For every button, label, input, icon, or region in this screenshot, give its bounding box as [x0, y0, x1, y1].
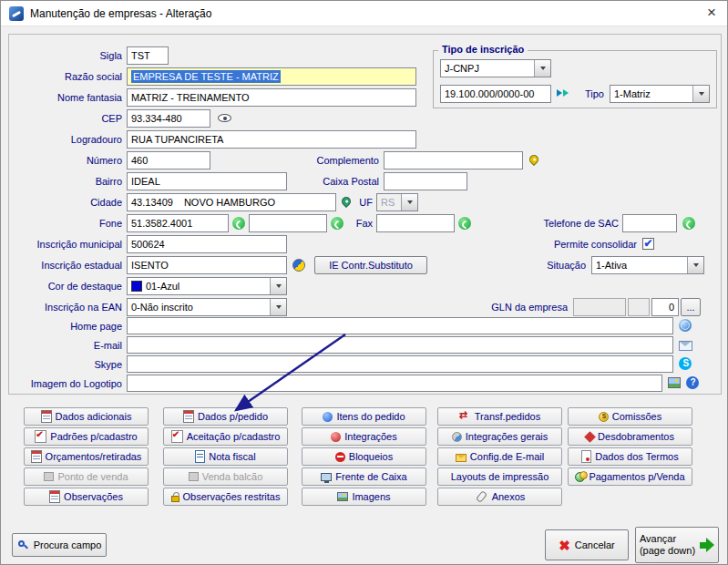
cor-destaque-select[interactable]: 01-Azul [127, 277, 287, 295]
button-pagamentos-p-venda[interactable]: Pagamentos p/Venda [568, 467, 692, 486]
tipo-matriz-select[interactable]: 1-Matriz [610, 85, 710, 103]
cep-lookup-icon[interactable] [218, 114, 231, 122]
image-icon [337, 492, 348, 501]
inscricao-estadual-label: Inscrição estadual [3, 256, 122, 274]
button-imagens[interactable]: Imagens [302, 488, 426, 506]
numero-label: Número [3, 151, 122, 170]
button-config-de-e-mail[interactable]: Config.de E-mail [437, 447, 562, 466]
image-file-icon[interactable] [668, 377, 681, 388]
permite-consolidar-checkbox[interactable]: ✔ [642, 238, 654, 250]
logradouro-label: Logradouro [3, 130, 122, 149]
button-label: Procura campo [34, 539, 102, 550]
window-title: Manutenção de empresas - Alteração [30, 7, 211, 20]
caixa-postal-input[interactable] [384, 172, 467, 190]
button-orcamentos-retiradas[interactable]: Orçamentos/retiradas [24, 447, 149, 466]
selected-text: EMPRESA DE TESTE - MATRIZ [131, 70, 281, 83]
notepad-icon [183, 410, 194, 423]
button-dados-adicionais[interactable]: Dados adicionais [24, 407, 149, 426]
button-dados-dos-termos[interactable]: Dados dos Termos [568, 447, 692, 466]
sigla-label: Sigla [3, 46, 122, 65]
tipo-inscricao-legend: Tipo de inscrição [438, 44, 528, 55]
procura-campo-button[interactable]: Procura campo [12, 533, 107, 557]
button-layouts-de-impressao[interactable]: Layouts de impressão [437, 467, 562, 486]
button-comissoes[interactable]: Comissões [568, 407, 692, 426]
button-anexos[interactable]: Anexos [437, 488, 562, 506]
cor-destaque-label: Cor de destaque [3, 277, 122, 295]
logradouro-input[interactable] [127, 130, 416, 149]
ellipsis-icon: ... [686, 302, 694, 313]
gln-input-3[interactable] [651, 298, 679, 316]
complemento-input[interactable] [384, 151, 523, 170]
sigla-input[interactable] [127, 46, 169, 65]
tipo-documento-value: J-CNPJ [441, 60, 534, 77]
button-aceitacao-p-cadastro[interactable]: Aceitação p/cadastro [163, 427, 288, 446]
inscricao-ean-select[interactable]: 0-Não inscrito [127, 298, 287, 316]
button-observacoes[interactable]: Observações [24, 488, 149, 506]
avancar-button[interactable]: Avançar (page down) [635, 527, 719, 563]
fax-input[interactable] [376, 214, 455, 232]
cnpj-lookup-icon[interactable] [557, 87, 570, 98]
envelope-icon[interactable] [679, 341, 692, 351]
mail-icon [456, 454, 467, 462]
globe-icon[interactable] [679, 319, 692, 332]
payment-icon [575, 472, 585, 482]
whatsapp-icon[interactable] [232, 217, 245, 230]
inscricao-municipal-label: Inscrição municipal [3, 235, 122, 253]
button-label: Config.de E-mail [470, 451, 544, 462]
button-desdobramentos[interactable]: Desdobramentos [568, 427, 692, 446]
terms-icon [581, 450, 591, 463]
situacao-label: Situação [511, 256, 586, 274]
cancelar-button[interactable]: ✖ Cancelar [545, 529, 629, 560]
numero-input[interactable] [127, 151, 210, 170]
tipo-documento-select[interactable]: J-CNPJ [440, 59, 551, 77]
fone1-input[interactable] [127, 214, 229, 232]
button-dados-p-pedido[interactable]: Dados p/pedido [163, 407, 288, 426]
button-itens-do-pedido[interactable]: Itens do pedido [302, 407, 426, 426]
sintegra-lookup-icon[interactable] [292, 259, 305, 272]
cep-input[interactable] [127, 109, 210, 128]
fone2-input[interactable] [249, 214, 327, 232]
whatsapp-icon[interactable] [458, 217, 471, 230]
gln-label: GLN da empresa [455, 298, 568, 316]
button-nota-fiscal[interactable]: Nota fiscal [163, 447, 288, 466]
whatsapp-icon[interactable] [331, 217, 343, 230]
caixa-postal-label: Caixa Postal [302, 172, 379, 190]
homepage-label: Home page [3, 317, 122, 335]
monitor-icon [321, 473, 332, 481]
inscricao-municipal-input[interactable] [127, 235, 287, 253]
button-observacoes-restritas[interactable]: Observações restritas [163, 488, 288, 506]
cidade-input[interactable]: 43.13409 NOVO HAMBURGO [127, 193, 336, 211]
email-label: E-mail [3, 336, 122, 354]
situacao-select[interactable]: 1-Ativa [591, 256, 704, 274]
button-frente-de-caixa[interactable]: Frente de Caixa [302, 467, 426, 486]
button-bloqueios[interactable]: Bloqueios [302, 447, 426, 466]
bairro-input[interactable] [127, 172, 287, 190]
button-label: Layouts de impressão [451, 471, 549, 482]
inscricao-estadual-input[interactable] [127, 256, 287, 274]
button-padroes-p-cadastro[interactable]: Padrões p/cadastro [24, 427, 149, 446]
logotipo-input[interactable] [127, 375, 662, 392]
button-integracoes-gerais[interactable]: Integrações gerais [437, 427, 562, 446]
button-transf-pedidos[interactable]: Transf.pedidos [437, 407, 562, 426]
button-label: Frente de Caixa [335, 471, 406, 482]
button-label: Nota fiscal [209, 451, 255, 462]
items-icon [323, 412, 333, 422]
skype-input[interactable] [127, 355, 673, 373]
button-label: Transf.pedidos [475, 411, 540, 422]
skype-icon[interactable] [679, 357, 692, 370]
sac-input[interactable] [622, 214, 677, 232]
cnpj-input[interactable] [440, 85, 551, 103]
close-icon[interactable]: × [707, 4, 716, 22]
nome-fantasia-input[interactable] [127, 88, 416, 107]
button-venda-balcao: Venda balcão [163, 467, 288, 486]
button-integracoes[interactable]: Integrações [302, 427, 426, 446]
clip-icon [476, 490, 487, 503]
razao-social-input[interactable]: EMPRESA DE TESTE - MATRIZ [127, 67, 416, 86]
help-icon[interactable] [686, 376, 699, 389]
homepage-input[interactable] [127, 317, 673, 334]
email-input[interactable] [127, 336, 673, 354]
gln-more-button[interactable]: ... [681, 298, 701, 316]
whatsapp-icon[interactable] [682, 217, 695, 230]
ie-contr-substituto-button[interactable]: IE Contr.Substituto [314, 256, 427, 274]
button-label: Dados dos Termos [595, 451, 679, 462]
